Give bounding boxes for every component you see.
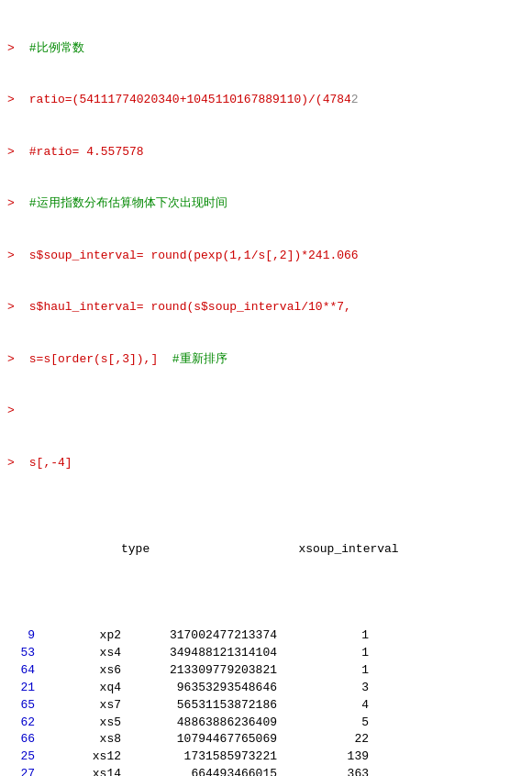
prompt-6: > [7, 299, 22, 316]
table-row: 25xs121731585973221139 [7, 748, 525, 766]
table-row: 66xs81079446776506922 [7, 731, 525, 748]
code-3-text: #ratio= 4.557578 [22, 144, 144, 161]
row-number: 66 [7, 731, 35, 748]
row-number: 65 [7, 697, 35, 715]
cell-x: 664493466015 [121, 766, 277, 776]
cell-type: xs12 [39, 748, 121, 766]
table-row: 21xq4963532935486463 [7, 680, 525, 697]
cell-x: 10794467765069 [121, 731, 277, 748]
cell-type: xp2 [39, 627, 121, 645]
prompt-blank: > [7, 403, 22, 420]
prompt-5: > [7, 248, 22, 265]
cell-x: 96353293548646 [121, 680, 277, 697]
cell-x: 48863886236409 [121, 715, 277, 732]
prompt-1: > [7, 40, 22, 58]
console-window: > #比例常数 > ratio=(54111774020340+10451101… [0, 0, 532, 776]
cell-x: 213309779203821 [121, 662, 277, 680]
row-number: 27 [7, 766, 35, 776]
table-header: typexsoup_interval [7, 524, 525, 576]
table-row: 27xs14664493466015363 [7, 766, 525, 776]
cell-soup-interval: 139 [277, 748, 369, 766]
row-number: 25 [7, 748, 35, 766]
header-type: type [67, 541, 150, 559]
cell-soup-interval: 5 [277, 715, 369, 732]
cell-type: xs14 [39, 766, 121, 776]
header-soup-interval: soup_interval [305, 541, 398, 559]
code-7-text: s=s[order(s[,3]),] [22, 351, 172, 369]
table-row: 53xs43494881213141041 [7, 645, 525, 662]
row-number: 64 [7, 662, 35, 680]
cell-soup-interval: 363 [277, 766, 369, 776]
comment-7-text: #重新排序 [172, 351, 227, 369]
prompt-3: > [7, 144, 22, 161]
code-9-text: s[,-4] [22, 455, 72, 472]
cell-type: xs8 [39, 731, 121, 748]
line-code-6: > s$haul_interval= round(s$soup_interval… [7, 299, 525, 316]
comment-4-text: #运用指数分布估算物体下次出现时间 [22, 195, 227, 213]
line-code-3: > #ratio= 4.557578 [7, 144, 525, 161]
cell-x: 349488121314104 [121, 645, 277, 662]
cell-type: xs7 [39, 697, 121, 715]
cell-soup-interval: 1 [277, 645, 369, 662]
row-number: 53 [7, 645, 35, 662]
table-row: 64xs62133097792038211 [7, 662, 525, 680]
cell-x: 56531153872186 [121, 697, 277, 715]
cell-soup-interval: 3 [277, 680, 369, 697]
code-5-text: s$soup_interval= round(pexp(1,1/s[,2])*2… [22, 248, 359, 265]
cell-type: xq4 [39, 680, 121, 697]
table-row: 62xs5488638862364095 [7, 715, 525, 732]
line-comment-4: > #运用指数分布估算物体下次出现时间 [7, 195, 525, 213]
row-number: 62 [7, 715, 35, 732]
cell-soup-interval: 22 [277, 731, 369, 748]
cell-soup-interval: 1 [277, 627, 369, 645]
row-number: 21 [7, 680, 35, 697]
prompt-7: > [7, 351, 22, 369]
cell-type: xs4 [39, 645, 121, 662]
prompt-2: > [7, 92, 22, 109]
line-code-9: > s[,-4] [7, 455, 525, 472]
cell-x: 1731585973221 [121, 748, 277, 766]
prompt-9: > [7, 455, 22, 472]
cell-soup-interval: 1 [277, 662, 369, 680]
table-body: 9xp2317002477213374153xs4349488121314104… [7, 627, 525, 776]
prompt-4: > [7, 195, 22, 213]
line-code-5: > s$soup_interval= round(pexp(1,1/s[,2])… [7, 248, 525, 265]
cell-type: xs5 [39, 715, 121, 732]
code-2-text: ratio=(54111774020340+1045110167889110)/… [22, 92, 359, 109]
table-row: 9xp23170024772133741 [7, 627, 525, 645]
line-comment-1: > #比例常数 [7, 40, 525, 58]
row-number: 9 [7, 627, 35, 645]
table-row: 65xs7565311538721864 [7, 697, 525, 715]
line-code-2: > ratio=(54111774020340+1045110167889110… [7, 92, 525, 109]
code-6-text: s$haul_interval= round(s$soup_interval/1… [22, 299, 351, 316]
line-code-7: > s=s[order(s[,3]),] #重新排序 [7, 351, 525, 369]
cell-soup-interval: 4 [277, 697, 369, 715]
line-blank: > [7, 403, 525, 420]
cell-type: xs6 [39, 662, 121, 680]
cell-x: 317002477213374 [121, 627, 277, 645]
comment-1-text: #比例常数 [22, 40, 84, 58]
header-x: x [150, 541, 305, 559]
